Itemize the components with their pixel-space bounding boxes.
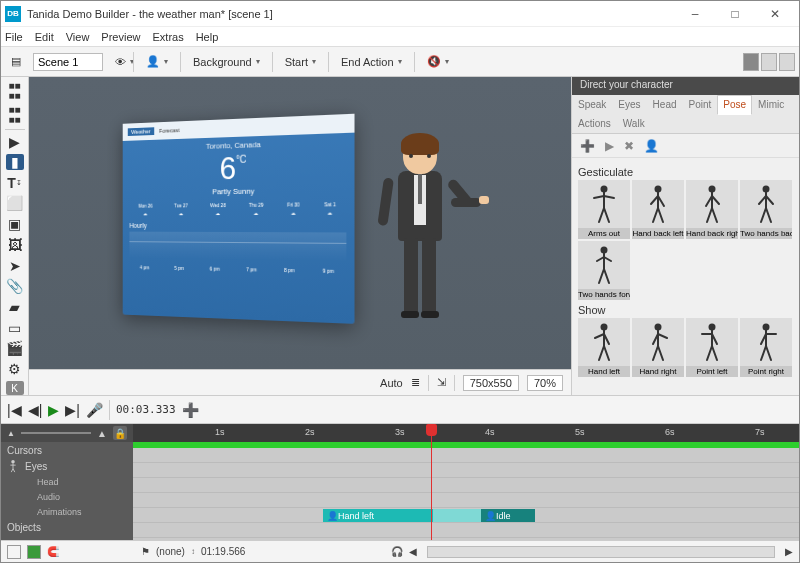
image-tool[interactable]: 🖼 [4,237,26,254]
pose-point-right[interactable]: Point right [740,318,792,377]
zoom-tool[interactable]: 📎 [4,278,26,295]
menu-view[interactable]: View [66,31,90,43]
track-character[interactable]: Eyes [1,458,133,474]
text-tool[interactable]: T↧ [4,174,26,191]
character-menu[interactable]: 👤▾ [140,53,174,70]
minimize-button[interactable]: – [675,2,715,26]
scroll-right[interactable]: ▶ [785,546,793,557]
end-action-menu[interactable]: End Action▾ [335,54,408,70]
svg-line-58 [13,469,15,473]
box-2[interactable] [27,545,41,559]
scroll-left[interactable]: ◀ [409,546,417,557]
scene-name-input[interactable] [33,53,103,71]
maximize-button[interactable]: □ [715,2,755,26]
pose-hand-left[interactable]: Hand left [578,318,630,377]
pose-hand-right[interactable]: Hand right [632,318,684,377]
pointer-tool[interactable]: ➤ [4,257,26,274]
track-head[interactable]: Head [1,474,133,489]
zoom-out-icon[interactable]: ▲ [7,429,15,438]
menu-edit[interactable]: Edit [35,31,54,43]
play-tool[interactable]: ▶ [4,134,26,151]
lock-icon[interactable]: 🔒 [113,426,127,440]
svg-line-29 [604,257,611,261]
track-objects[interactable]: Objects [1,519,133,535]
scenes-list-icon[interactable]: ▤ [5,53,27,70]
zoom-in-icon[interactable]: ▲ [97,428,107,439]
play-icon[interactable]: ▶ [605,139,614,153]
svg-line-50 [761,346,766,360]
layout-2[interactable] [761,53,777,71]
box-1[interactable] [7,545,21,559]
pose-hand-back-left[interactable]: Hand back left [632,180,684,239]
add-marker-button[interactable]: ➕ [182,402,199,418]
delete-icon[interactable]: ✖ [624,139,634,153]
separator [5,129,25,130]
weather-hourly-graph [129,231,346,261]
next-frame-button[interactable]: ▶| [65,402,80,418]
canvas-size[interactable]: 750x550 [463,375,519,391]
track-audio[interactable]: Audio [1,489,133,504]
pose-hand-back-right[interactable]: Hand back right [686,180,738,239]
track-cursors[interactable]: Cursors [1,442,133,458]
fit-icon[interactable]: ⇲ [437,376,446,389]
tab-point[interactable]: Point [683,95,718,114]
menu-preview[interactable]: Preview [101,31,140,43]
character-icon[interactable]: 👤 [644,139,659,153]
track-animations[interactable]: Animations [1,504,133,519]
zoom-level[interactable]: 70% [527,375,563,391]
pose-two-hands-back[interactable]: Two hands back [740,180,792,239]
tab-mimic[interactable]: Mimic [752,95,790,114]
headphones-icon[interactable]: 🎧 [391,546,403,557]
tab-actions[interactable]: Actions [572,114,617,133]
visibility-toggle[interactable]: 👁▾ [109,54,127,70]
panel-tabs: Speak Eyes Head Point Pose Mimic Actions… [572,95,799,134]
menu-file[interactable]: File [5,31,23,43]
prev-frame-button[interactable]: ◀| [28,402,43,418]
layout-1[interactable] [743,53,759,71]
pose-two-hands-forw[interactable]: Two hands forw [578,241,630,300]
play-button[interactable]: ▶ [48,402,59,418]
tab-speak[interactable]: Speak [572,95,612,114]
tab-eyes[interactable]: Eyes [612,95,646,114]
tab-walk[interactable]: Walk [617,114,651,133]
close-button[interactable]: ✕ [755,2,795,26]
clip-hand-left[interactable]: 👤Hand left [323,509,433,522]
add-icon[interactable]: ➕ [580,139,595,153]
timeline-ruler[interactable]: 1s 2s 3s 4s 5s 6s 7s [133,424,799,442]
character[interactable] [378,136,463,336]
background-menu[interactable]: Background▾ [187,54,266,70]
button-tool[interactable]: ▭ [4,319,26,336]
menu-extras[interactable]: Extras [152,31,183,43]
stamp-tool[interactable]: ▣ [4,216,26,233]
playhead[interactable] [431,424,432,540]
align-icon[interactable]: ≣ [411,376,420,389]
menu-help[interactable]: Help [196,31,219,43]
gear-tool[interactable]: ⚙ [4,361,26,378]
mic-button[interactable]: 🎤 [86,402,103,418]
highlight-tool[interactable]: ▰ [4,299,26,316]
pose-arms-out[interactable]: Arms out [578,180,630,239]
mute-toggle[interactable]: 🔇▾ [421,53,455,70]
skip-start-button[interactable]: |◀ [7,402,22,418]
note-tool[interactable]: ▮ [6,154,24,170]
marker-icon[interactable]: ⚑ [141,546,150,557]
grid-tool[interactable]: ■■■■ [4,81,26,101]
clip-idle[interactable]: 👤Idle [481,509,535,522]
clip-transition[interactable] [433,509,481,522]
magnet-icon[interactable]: 🧲 [47,546,59,557]
canvas-view[interactable]: Weather Forecast Toronto, Canada 6°C Par… [29,77,571,369]
sound-select[interactable]: (none) [156,546,185,557]
tab-pose[interactable]: Pose [717,95,752,115]
h-scrollbar[interactable] [427,546,775,558]
shape-tool[interactable]: ⬜ [4,195,26,212]
k-tool[interactable]: K [6,381,24,395]
thumbnails-tool[interactable]: ■■■■ [4,105,26,125]
start-menu[interactable]: Start▾ [279,54,322,70]
timeline-tracks[interactable]: 1s 2s 3s 4s 5s 6s 7s 👤Hand left 👤Idle [133,424,799,540]
film-tool[interactable]: 🎬 [4,340,26,357]
svg-line-3 [604,208,609,222]
tab-head[interactable]: Head [647,95,683,114]
layout-3[interactable] [779,53,795,71]
weather-condition: Partly Sunny [212,186,254,196]
pose-point-left[interactable]: Point left [686,318,738,377]
